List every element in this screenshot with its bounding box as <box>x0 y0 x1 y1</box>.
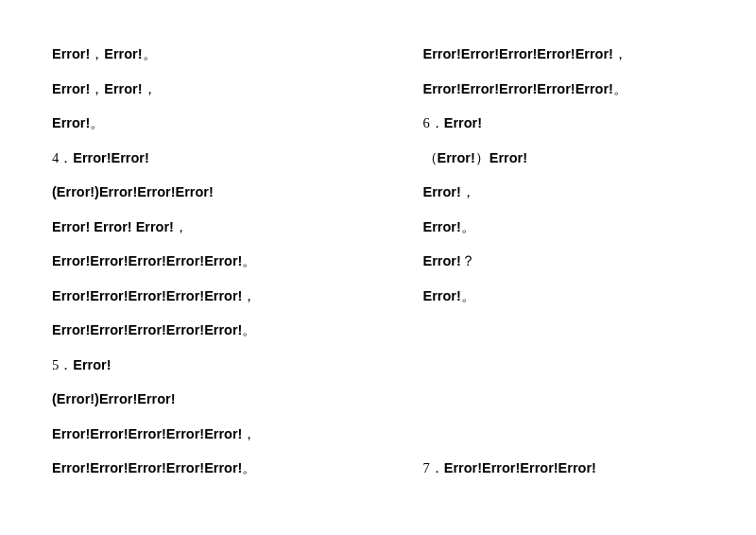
text-line: (Error!)Error!Error! <box>52 392 338 406</box>
text-segment: 。 <box>461 288 475 303</box>
text-segment: Error!Error! <box>73 150 149 165</box>
text-segment: ， <box>242 426 256 441</box>
text-segment: Error! <box>423 184 461 199</box>
text-segment: Error!Error!Error!Error!Error! <box>52 322 242 337</box>
text-segment: ， <box>90 46 104 61</box>
text-segment: 7． <box>423 460 444 475</box>
text-line: Error!Error!Error!Error!Error!， <box>423 47 710 61</box>
text-segment: Error!Error!Error!Error!Error! <box>52 288 242 303</box>
text-line: 4．Error!Error! <box>52 151 338 165</box>
text-segment: ， <box>174 219 188 234</box>
text-line <box>423 358 710 372</box>
text-line: Error!，Error!。 <box>52 47 338 61</box>
text-segment: 。 <box>461 219 475 234</box>
text-segment: (Error!)Error!Error! <box>52 391 176 406</box>
text-segment: Error!Error!Error!Error!Error! <box>52 460 242 475</box>
text-segment: ？ <box>461 253 475 268</box>
text-segment: Error! Error! Error! <box>52 219 174 234</box>
text-line: Error! Error! Error!， <box>52 220 338 234</box>
text-segment: Error! <box>73 357 111 372</box>
text-segment: (Error!)Error!Error!Error! <box>52 184 214 199</box>
text-segment: 4． <box>52 150 73 165</box>
text-segment: Error! <box>444 115 482 130</box>
text-segment: Error!Error!Error!Error!Error! <box>423 46 613 61</box>
text-segment: 6． <box>423 115 444 130</box>
text-segment: 。 <box>613 81 627 96</box>
text-line: Error!， <box>423 185 710 199</box>
text-segment: 。 <box>242 253 256 268</box>
text-line: Error!Error!Error!Error!Error!， <box>52 427 338 441</box>
text-line: Error!。 <box>423 220 710 234</box>
text-segment: ， <box>143 81 157 96</box>
text-segment: ， <box>613 46 627 61</box>
text-segment: Error! <box>490 150 527 165</box>
text-line <box>423 427 710 441</box>
text-line: （Error!）Error! <box>423 151 710 165</box>
text-line <box>423 323 710 337</box>
text-segment: Error!Error!Error!Error!Error! <box>423 81 613 96</box>
text-segment: ， <box>90 81 104 96</box>
text-line: Error!Error!Error!Error!Error!。 <box>52 254 338 268</box>
text-segment: Error! <box>423 219 461 234</box>
text-segment: （ <box>423 150 438 165</box>
text-segment: Error! <box>104 46 142 61</box>
right-column: Error!Error!Error!Error!Error!，Error!Err… <box>423 47 710 488</box>
text-segment: Error! <box>423 253 461 268</box>
text-line: Error!Error!Error!Error!Error!。 <box>423 82 710 96</box>
text-segment: Error! <box>52 46 90 61</box>
text-line: 7．Error!Error!Error!Error! <box>423 461 710 475</box>
text-segment: ， <box>461 184 475 199</box>
text-segment: 。 <box>143 46 157 61</box>
text-segment: ， <box>242 288 256 303</box>
text-line: 5．Error! <box>52 358 338 372</box>
text-segment: Error!Error!Error!Error!Error! <box>52 253 242 268</box>
document-columns: Error!，Error!。Error!，Error!，Error!。4．Err… <box>52 47 709 488</box>
text-segment: 5． <box>52 357 73 372</box>
text-segment: ） <box>475 150 490 165</box>
text-line: 6．Error! <box>423 116 710 130</box>
left-column: Error!，Error!。Error!，Error!，Error!。4．Err… <box>52 47 338 488</box>
text-segment: Error! <box>423 288 461 303</box>
text-line: Error!。 <box>423 289 710 303</box>
text-segment: Error!Error!Error!Error! <box>444 460 596 475</box>
text-segment: 。 <box>242 460 256 475</box>
text-line: Error!Error!Error!Error!Error!。 <box>52 323 338 337</box>
text-line: (Error!)Error!Error!Error! <box>52 185 338 199</box>
text-line <box>423 392 710 406</box>
text-segment: 。 <box>90 115 104 130</box>
text-segment: 。 <box>242 322 256 337</box>
text-segment: Error! <box>104 81 142 96</box>
text-line: Error!？ <box>423 254 710 268</box>
text-segment: Error! <box>52 81 90 96</box>
text-segment: Error! <box>438 150 475 165</box>
text-line: Error!Error!Error!Error!Error!， <box>52 289 338 303</box>
text-line: Error!Error!Error!Error!Error!。 <box>52 461 338 475</box>
text-line: Error!。 <box>52 116 338 130</box>
text-line: Error!，Error!， <box>52 82 338 96</box>
text-segment: Error! <box>52 115 90 130</box>
text-segment: Error!Error!Error!Error!Error! <box>52 426 242 441</box>
